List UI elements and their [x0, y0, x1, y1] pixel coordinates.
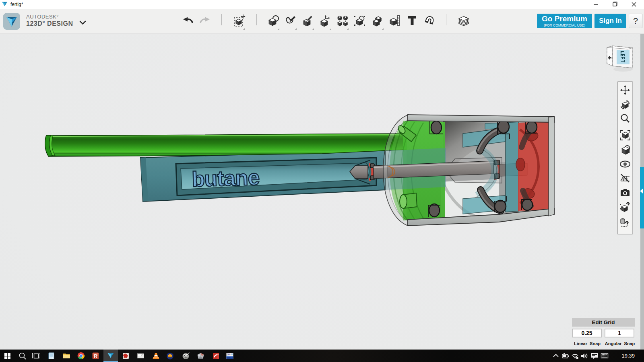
svg-text:R: R: [94, 354, 97, 359]
svg-text:butane: butane: [192, 165, 260, 191]
svg-text:DELFT: DELFT: [227, 354, 233, 356]
